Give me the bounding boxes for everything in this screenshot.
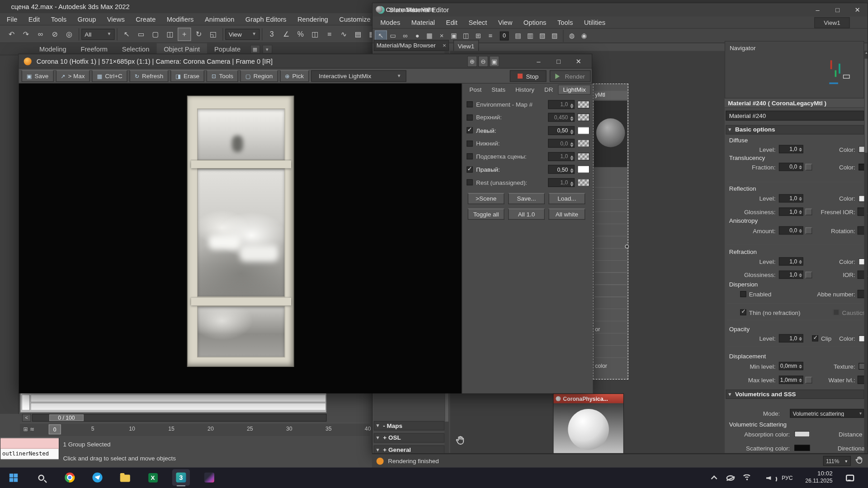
- lightmix-color-swatch[interactable]: [577, 153, 590, 160]
- minimize-button[interactable]: –: [528, 54, 548, 68]
- menu-item[interactable]: Modifiers: [161, 13, 199, 25]
- pencil-icon[interactable]: [0, 141, 19, 158]
- redo-icon[interactable]: ↷: [19, 28, 33, 41]
- clapper-icon[interactable]: [0, 278, 19, 296]
- lightmix-color-swatch[interactable]: [577, 113, 590, 121]
- menu-item[interactable]: Group: [72, 13, 101, 25]
- close-icon[interactable]: ×: [443, 42, 446, 49]
- menu-item[interactable]: Animation: [199, 13, 240, 25]
- menu-item[interactable]: Tools: [552, 16, 579, 28]
- iterations-field[interactable]: 0: [500, 31, 509, 40]
- lightmix-value-field[interactable]: 1,0: [548, 152, 575, 161]
- language-indicator[interactable]: РУС: [782, 468, 793, 488]
- tray-chevron[interactable]: [712, 468, 717, 488]
- time-slider-track[interactable]: 0 / 100: [32, 414, 326, 422]
- tab-lightmix[interactable]: LightMix: [558, 84, 591, 94]
- spinner[interactable]: [797, 195, 802, 202]
- lightmix-select[interactable]: Interactive LightMix▼: [311, 70, 406, 82]
- angle-snap-icon[interactable]: ∠: [279, 28, 292, 41]
- menu-item[interactable]: Utilities: [579, 16, 611, 28]
- general-rollout[interactable]: + General: [374, 446, 445, 454]
- spinner[interactable]: [797, 271, 802, 278]
- taskbar-chrome[interactable]: [61, 469, 79, 486]
- refraction-glossiness-field[interactable]: 1,0: [779, 271, 803, 279]
- grid-a-icon[interactable]: ▤: [512, 30, 524, 41]
- browser-header[interactable]: Material/Map Browser ×: [374, 40, 449, 51]
- tab-post[interactable]: Post: [464, 84, 486, 94]
- spinner[interactable]: [569, 140, 574, 147]
- unlink-icon[interactable]: ⊘: [48, 28, 61, 41]
- tray-eye[interactable]: [726, 468, 735, 488]
- to-max-button[interactable]: ↗> Max▼: [56, 70, 90, 82]
- trackbar-lane[interactable]: [30, 403, 326, 410]
- diffuse-level-field[interactable]: 1,0: [779, 145, 803, 153]
- mini-curve-editor-icon[interactable]: ⊞: [23, 426, 28, 432]
- teapot-icon[interactable]: [0, 313, 19, 330]
- toggle-all-button[interactable]: Toggle all: [468, 209, 505, 220]
- notification-button[interactable]: [846, 468, 854, 488]
- spinner[interactable]: [797, 145, 802, 153]
- menu-item[interactable]: Modes: [375, 16, 406, 28]
- plant-icon[interactable]: [0, 89, 19, 107]
- lightmix-color-swatch[interactable]: [577, 165, 590, 173]
- zoom-fit-icon[interactable]: ▣: [489, 56, 499, 67]
- zoom-select[interactable]: 111%▼: [823, 456, 851, 466]
- node-title[interactable]: yMtl: [594, 91, 628, 100]
- menu-item[interactable]: View: [493, 16, 518, 28]
- spinner[interactable]: [569, 101, 574, 108]
- hatch-b-icon[interactable]: ▨: [548, 30, 561, 41]
- zoom-in-icon[interactable]: ⊕: [467, 56, 477, 67]
- scattering-color-swatch[interactable]: [794, 445, 810, 450]
- select-by-name-icon[interactable]: ▭: [135, 28, 148, 41]
- tab-history[interactable]: History: [510, 84, 539, 94]
- spheres-icon[interactable]: [0, 72, 19, 89]
- list-view-icon[interactable]: ≡: [484, 30, 496, 41]
- refraction-level-field[interactable]: 1,0: [779, 257, 803, 265]
- spinner[interactable]: [797, 376, 802, 384]
- chevron-down-icon[interactable]: ▾: [262, 45, 272, 54]
- lightmix-checkbox[interactable]: [467, 114, 472, 120]
- bulb-icon[interactable]: [0, 175, 19, 192]
- lightmix-value-field[interactable]: 0,0: [548, 139, 575, 148]
- lightmix-color-swatch[interactable]: [577, 178, 590, 186]
- select-object-icon[interactable]: ↖: [120, 28, 133, 41]
- material-name-field[interactable]: Material #240: [726, 111, 864, 121]
- slate-titlebar[interactable]: Slate Material Editor – □ ✕: [373, 3, 868, 16]
- menu-item[interactable]: Create: [130, 13, 161, 25]
- menu-item[interactable]: Tools: [45, 13, 72, 25]
- gear-icon[interactable]: [0, 107, 19, 124]
- maximize-button[interactable]: □: [828, 3, 848, 17]
- lightmix-save-button[interactable]: Save...: [508, 193, 545, 204]
- taskbar-3dsmax[interactable]: 3: [172, 469, 190, 486]
- sphere-teal-icon[interactable]: [0, 210, 19, 227]
- menu-item[interactable]: Select: [463, 16, 492, 28]
- tray-volume[interactable]: [766, 468, 775, 488]
- lightmix-value-field[interactable]: 0,50: [548, 126, 575, 135]
- close-button[interactable]: ✕: [848, 3, 868, 17]
- fraction-field[interactable]: 0,0: [779, 163, 803, 171]
- window-crossing-icon[interactable]: ◫: [163, 28, 176, 41]
- caustics-checkbox[interactable]: [833, 309, 839, 315]
- spinner[interactable]: [797, 258, 802, 265]
- render-viewport[interactable]: [19, 84, 462, 394]
- dispersion-enabled-checkbox[interactable]: [740, 291, 746, 297]
- track-toggle-icon[interactable]: ≋: [30, 426, 34, 432]
- refraction-glossiness-map-button[interactable]: [806, 272, 812, 278]
- preview-header[interactable]: CoronaPhysica...: [553, 394, 623, 404]
- menu-item[interactable]: Views: [102, 13, 130, 25]
- rotate-icon[interactable]: ↻: [192, 28, 205, 41]
- maximize-button[interactable]: □: [548, 54, 568, 68]
- min-level-field[interactable]: 0,0mm: [779, 362, 803, 370]
- spinner[interactable]: [569, 165, 574, 173]
- maps-rollout[interactable]: - Maps: [374, 421, 445, 431]
- opacity-level-field[interactable]: 1,0: [779, 334, 803, 343]
- max-level-field[interactable]: 1,0mm: [779, 375, 803, 384]
- lightmix-value-field[interactable]: 1,0: [548, 100, 575, 109]
- params-scrollbar[interactable]: ▲: [864, 51, 868, 454]
- spinner[interactable]: [569, 127, 574, 134]
- lightmix-checkbox[interactable]: [467, 166, 472, 172]
- spinner[interactable]: [797, 227, 802, 234]
- mirror-icon[interactable]: ◫: [308, 28, 321, 41]
- material-node[interactable]: yMtl or color: [593, 84, 628, 380]
- lightmix-checkbox[interactable]: [467, 141, 472, 146]
